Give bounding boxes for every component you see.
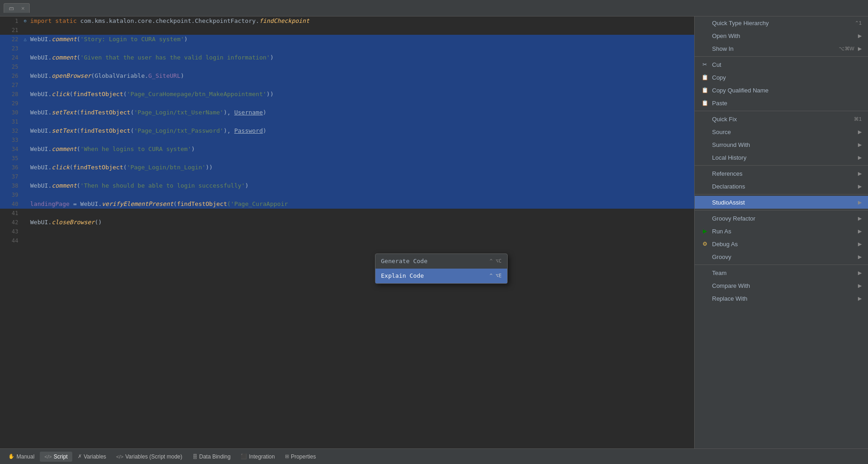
bottom-tab-script[interactable]: </>Script xyxy=(40,452,72,462)
menu-item[interactable]: ▶Run As▶ xyxy=(695,225,868,237)
line-code[interactable] xyxy=(28,117,694,126)
menu-item-arrow: ▶ xyxy=(858,155,862,161)
line-code[interactable]: WebUI.setText(findTestObject('Page_Login… xyxy=(28,126,694,135)
bottom-tab-data-binding[interactable]: 🗄Data Binding xyxy=(188,452,236,462)
line-code[interactable]: import static com.kms.katalon.core.check… xyxy=(28,16,694,26)
menu-separator xyxy=(695,56,868,57)
line-number: 44 xyxy=(0,236,22,245)
code-line: 29 xyxy=(0,99,694,108)
line-code[interactable] xyxy=(28,172,694,181)
menu-item[interactable]: 📋Copy Qualified Name xyxy=(695,84,868,97)
menu-item[interactable]: 📋Paste xyxy=(695,97,868,109)
line-code[interactable] xyxy=(28,44,694,53)
menu-item-label: Copy Qualified Name xyxy=(712,87,769,94)
line-code[interactable]: WebUI.setText(findTestObject('Page_Login… xyxy=(28,108,694,117)
bottom-tab-properties[interactable]: ⊞Properties xyxy=(280,452,321,462)
menu-item[interactable]: Local History▶ xyxy=(695,151,868,164)
line-number: 27 xyxy=(0,81,22,90)
line-code[interactable] xyxy=(28,81,694,90)
menu-item[interactable]: Groovy Refactor▶ xyxy=(695,212,868,225)
menu-item[interactable]: Team▶ xyxy=(695,266,868,279)
line-code[interactable] xyxy=(28,190,694,200)
menu-item[interactable]: References▶ xyxy=(695,167,868,180)
bottom-tab-variables-(script-mode)[interactable]: </>Variables (Script mode) xyxy=(112,452,187,462)
menu-item[interactable]: Replace With▶ xyxy=(695,292,868,305)
menu-item[interactable]: Compare With▶ xyxy=(695,279,868,292)
code-line: 35 xyxy=(0,154,694,163)
bottom-tab-bar: ✋Manual</>Script✗Variables</>Variables (… xyxy=(0,448,868,464)
line-number: 28 xyxy=(0,90,22,99)
line-number: 1 xyxy=(0,16,22,26)
line-code[interactable]: WebUI.comment('When he logins to CURA sy… xyxy=(28,145,694,154)
menu-item-icon-placeholder xyxy=(701,295,708,302)
line-code[interactable] xyxy=(28,154,694,163)
line-code[interactable] xyxy=(28,26,694,35)
code-line: 41 xyxy=(0,209,694,218)
menu-item-label: Show In xyxy=(712,45,734,52)
tab-close-icon[interactable]: ✕ xyxy=(21,6,25,11)
line-code[interactable]: WebUI.comment('Then he should be able to… xyxy=(28,181,694,190)
menu-item-left: Surround With xyxy=(701,141,750,148)
line-code[interactable] xyxy=(28,62,694,71)
menu-item[interactable]: ✂Cut xyxy=(695,58,868,71)
menu-item[interactable]: ⚙Debug As▶ xyxy=(695,237,868,250)
menu-item[interactable]: Surround With▶ xyxy=(695,138,868,151)
menu-item-icon-placeholder xyxy=(701,282,708,289)
menu-item-arrow: ▶ xyxy=(858,183,862,189)
code-line: 39 xyxy=(0,190,694,200)
menu-item-arrow: ▶ xyxy=(858,200,862,205)
menu-item[interactable]: 📋Copy xyxy=(695,71,868,84)
menu-item-left: Local History xyxy=(701,154,746,161)
menu-item-left: Quick Type Hierarchy xyxy=(701,19,769,27)
menu-item-icon-placeholder xyxy=(701,141,708,148)
menu-item-label: Source xyxy=(712,129,731,135)
line-code[interactable]: WebUI.click(findTestObject('Page_Login/b… xyxy=(28,163,694,172)
code-line: 33 xyxy=(0,135,694,145)
line-code[interactable]: WebUI.openBrowser(GlobalVariable.G_SiteU… xyxy=(28,71,694,81)
menu-item[interactable]: Declarations▶ xyxy=(695,180,868,193)
menu-item[interactable]: StudioAssist▶ xyxy=(695,196,868,209)
menu-item[interactable]: Source▶ xyxy=(695,125,868,138)
menu-item-left: References xyxy=(701,170,742,177)
line-number: 37 xyxy=(0,172,22,181)
line-code[interactable] xyxy=(28,209,694,218)
submenu-popup: Generate Code^ ⌥CExplain Code^ ⌥E xyxy=(375,254,508,284)
bottom-tab-label: Variables (Script mode) xyxy=(125,453,182,460)
editor-tab[interactable]: 🗃 ✕ xyxy=(4,3,30,13)
bottom-tab-manual[interactable]: ✋Manual xyxy=(4,452,39,462)
menu-item-arrow: ▶ xyxy=(858,296,862,302)
line-code[interactable] xyxy=(28,236,694,245)
bottom-tab-variables[interactable]: ✗Variables xyxy=(73,452,111,462)
menu-item-left: Groovy Refactor xyxy=(701,215,755,222)
menu-item-label: Copy xyxy=(712,74,726,81)
line-code[interactable]: WebUI.comment('Given that the user has t… xyxy=(28,53,694,62)
menu-item[interactable]: Open With▶ xyxy=(695,29,868,42)
menu-item[interactable]: Quick Type Hierarchy⌃1 xyxy=(695,16,868,29)
menu-item-icon-placeholder xyxy=(701,215,708,222)
line-number: 29 xyxy=(0,99,22,108)
menu-item-left: Quick Fix xyxy=(701,115,737,123)
menu-item-left: Open With xyxy=(701,32,740,39)
menu-item[interactable]: Quick Fix⌘1 xyxy=(695,113,868,125)
menu-item-label: Quick Fix xyxy=(712,116,737,123)
menu-item-arrow: ▶ xyxy=(858,129,862,135)
menu-item[interactable]: Show In⌥⌘W▶ xyxy=(695,42,868,55)
line-number: 35 xyxy=(0,154,22,163)
menu-item-left: ⚙Debug As xyxy=(701,240,738,248)
menu-item-icon-placeholder xyxy=(701,170,708,177)
bottom-tab-integration[interactable]: ⬛Integration xyxy=(236,452,279,462)
line-code[interactable] xyxy=(28,227,694,236)
submenu-item[interactable]: Explain Code^ ⌥E xyxy=(375,269,507,283)
menu-separator xyxy=(695,194,868,194)
code-content: 1⊕import static com.kms.katalon.core.che… xyxy=(0,16,694,245)
line-code[interactable]: WebUI.click(findTestObject('Page_CuraHom… xyxy=(28,90,694,99)
menu-item-shortcut: ⌥⌘W xyxy=(839,46,854,52)
line-code[interactable] xyxy=(28,135,694,145)
line-code[interactable]: landingPage = WebUI.verifyElementPresent… xyxy=(28,200,694,209)
submenu-item[interactable]: Generate Code^ ⌥C xyxy=(375,254,507,269)
line-code[interactable]: WebUI.closeBrowser() xyxy=(28,218,694,227)
line-code[interactable] xyxy=(28,99,694,108)
line-code[interactable]: WebUI.comment('Story: Login to CURA syst… xyxy=(28,35,694,44)
menu-item[interactable]: Groovy▶ xyxy=(695,250,868,263)
editor-area[interactable]: 1⊕import static com.kms.katalon.core.che… xyxy=(0,16,694,448)
